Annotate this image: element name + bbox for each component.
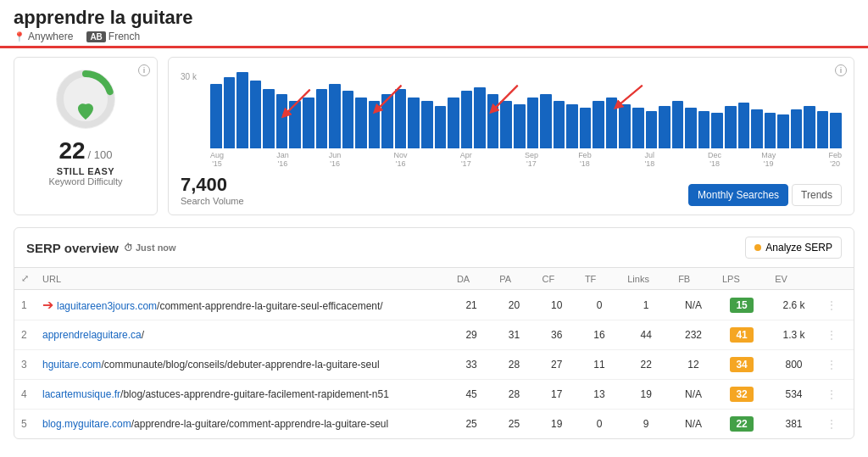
difficulty-info-icon[interactable]: i <box>138 64 150 76</box>
xaxis-label <box>670 151 681 168</box>
row-more[interactable]: ⋮ <box>820 380 854 410</box>
xaxis-label: Feb '18 <box>578 151 592 168</box>
difficulty-denom: / 100 <box>88 148 113 161</box>
row-tf: 0 <box>578 290 620 320</box>
url-domain[interactable]: apprendrelaguitare.ca <box>42 329 142 341</box>
search-volume-number: 7,400 <box>181 174 244 196</box>
difficulty-card: i 22 / 100 STILL EASY Keyword Difficulty <box>14 57 158 215</box>
row-lps: 34 <box>715 350 768 380</box>
xaxis-label <box>815 151 826 168</box>
chart-bar <box>263 89 275 148</box>
location-meta: 📍 Anywhere <box>14 31 73 42</box>
row-lps: 15 <box>715 290 768 320</box>
chart-area: 30 k <box>181 72 842 165</box>
chart-bar <box>830 113 842 148</box>
chart-bar <box>316 89 328 148</box>
search-volume-label: Search Volume <box>181 196 244 206</box>
difficulty-sublabel: Keyword Difficulty <box>48 176 122 187</box>
monthly-searches-button[interactable]: Monthly Searches <box>688 184 788 206</box>
table-row: 3 hguitare.com/communaute/blog/conseils/… <box>14 350 854 380</box>
row-ev: 2.6 k <box>768 290 819 320</box>
chart-bar <box>210 84 222 148</box>
col-url: URL <box>36 268 450 290</box>
xaxis-label: Dec '18 <box>708 151 721 168</box>
xaxis-label <box>435 151 446 168</box>
xaxis-label <box>487 151 498 168</box>
chart-bar <box>540 94 552 148</box>
table-row: 2 apprendrelaguitare.ca/ 29 31 36 16 44 … <box>14 320 854 350</box>
row-links: 1 <box>620 290 671 320</box>
difficulty-score: 22 <box>58 137 85 164</box>
row-ev: 534 <box>768 380 819 410</box>
row-lps: 41 <box>715 320 768 350</box>
xaxis-label: Nov '16 <box>394 151 408 168</box>
row-lps: 22 <box>715 410 768 439</box>
chart-bar <box>751 109 763 148</box>
xaxis-label: Aug '15 <box>210 151 224 168</box>
trends-button[interactable]: Trends <box>792 184 842 206</box>
col-pa: PA <box>492 268 535 290</box>
chart-bar <box>448 98 459 148</box>
xaxis-label <box>291 151 302 168</box>
row-number: 2 <box>14 320 36 350</box>
xaxis-label <box>682 151 693 168</box>
table-row: 5 blog.myguitare.com/apprendre-la-guitar… <box>14 410 854 439</box>
chart-bar <box>672 101 684 148</box>
chart-bar <box>580 108 592 148</box>
xaxis-label <box>553 151 564 168</box>
xaxis-label <box>409 151 420 168</box>
row-url[interactable]: hguitare.com/communaute/blog/conseils/de… <box>36 350 450 380</box>
chart-xaxis: Aug '15Jan '16Jun '16Nov '16Apr '17Sep '… <box>210 151 842 168</box>
row-number: 5 <box>14 410 36 439</box>
url-domain[interactable]: hguitare.com <box>42 359 101 371</box>
url-domain[interactable]: lacartemusique.fr <box>42 388 120 400</box>
xaxis-label <box>368 151 379 168</box>
xaxis-label <box>251 151 262 168</box>
url-domain[interactable]: blog.myguitare.com <box>42 418 131 430</box>
row-number: 4 <box>14 380 36 410</box>
chart-bar <box>289 101 301 148</box>
xaxis-label <box>238 151 249 168</box>
chart-bar <box>408 98 420 148</box>
row-number: 1 <box>14 290 36 320</box>
table-row: 4 lacartemusique.fr/blog/astuces-apprend… <box>14 380 854 410</box>
row-more[interactable]: ⋮ <box>820 410 854 439</box>
row-tf: 0 <box>578 410 620 439</box>
chart-bar <box>474 87 486 148</box>
xaxis-label <box>748 151 760 168</box>
xaxis-label <box>316 151 327 168</box>
row-lps: 32 <box>715 380 768 410</box>
row-da: 29 <box>450 320 492 350</box>
xaxis-label <box>695 151 706 168</box>
xaxis-label <box>448 151 459 168</box>
row-ev: 381 <box>768 410 819 439</box>
row-url[interactable]: lacartemusique.fr/blog/astuces-apprendre… <box>36 380 450 410</box>
chart-bar <box>685 108 697 148</box>
row-more[interactable]: ⋮ <box>820 350 854 380</box>
chart-bar <box>250 81 262 148</box>
chart-bar <box>355 98 367 148</box>
row-url[interactable]: apprendrelaguitare.ca/ <box>36 320 450 350</box>
row-cf: 17 <box>536 380 578 410</box>
chart-bar <box>395 89 407 148</box>
row-url[interactable]: ➔laguitareen3jours.com/comment-apprendre… <box>36 290 450 320</box>
xaxis-label: Jul '18 <box>644 151 655 168</box>
xaxis-label: Sep '17 <box>525 151 538 168</box>
xaxis-label <box>422 151 433 168</box>
row-arrow-icon: ➔ <box>42 298 53 312</box>
chart-bar <box>711 113 723 148</box>
xaxis-label <box>355 151 366 168</box>
bar-chart <box>210 72 842 148</box>
url-path: /blog/astuces-apprendre-guitare-facileme… <box>120 388 389 400</box>
chart-bar <box>632 108 644 148</box>
row-more[interactable]: ⋮ <box>820 320 854 350</box>
xaxis-label <box>264 151 275 168</box>
language-badge: AB <box>86 31 105 42</box>
url-domain[interactable]: laguitareen3jours.com <box>57 300 157 312</box>
row-more[interactable]: ⋮ <box>820 290 854 320</box>
difficulty-level: STILL EASY <box>57 166 114 176</box>
row-url[interactable]: blog.myguitare.com/apprendre-la-guitare/… <box>36 410 450 439</box>
difficulty-circle <box>56 70 115 129</box>
xaxis-label <box>619 151 630 168</box>
analyze-serp-button[interactable]: Analyze SERP <box>745 237 842 259</box>
